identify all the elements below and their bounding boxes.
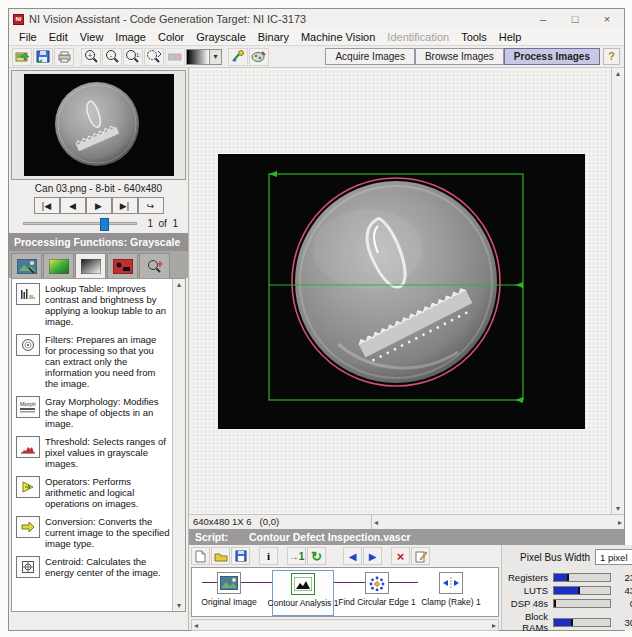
step-forward-button[interactable]: ▶ xyxy=(363,547,382,565)
image-viewer[interactable]: ▴ ▾ xyxy=(189,68,624,514)
zoom-in-icon[interactable]: + xyxy=(81,48,101,66)
function-gray-morphology[interactable]: Morph Gray Morphology: Modifies the shap… xyxy=(16,396,170,429)
resource-value: 43 xyxy=(611,585,632,596)
next-image-button[interactable]: ▶ xyxy=(86,197,112,214)
scroll-up-icon[interactable]: ▴ xyxy=(616,68,620,79)
function-list: Lookup Table: Improves contrast and brig… xyxy=(11,278,186,612)
palette-gradient-select[interactable]: ▾ xyxy=(186,49,222,65)
menu-binary[interactable]: Binary xyxy=(252,31,295,43)
step-original-image[interactable]: Original Image xyxy=(198,572,260,607)
steps-horizontal-scrollbar[interactable]: ◂ ▸ xyxy=(191,619,499,631)
function-lookup-table[interactable]: Lookup Table: Improves contrast and brig… xyxy=(16,283,170,327)
menu-file[interactable]: File xyxy=(13,31,43,43)
delete-step-button[interactable]: × xyxy=(391,547,410,565)
resource-block-rams: Block RAMs 30 % xyxy=(508,611,632,633)
first-image-button[interactable]: |◀ xyxy=(34,197,60,214)
function-centroid[interactable]: Centroid: Calculates the energy center o… xyxy=(16,556,170,578)
svg-text:+: + xyxy=(87,52,91,59)
browse-images-button[interactable]: Browse Images xyxy=(415,48,504,65)
scroll-right-icon[interactable]: ▸ xyxy=(618,517,622,528)
processing-functions-header: Processing Functions: Grayscale xyxy=(9,233,188,251)
script-header: Script: Contour Defect Inspection.vascr xyxy=(189,529,624,545)
run-loop-button[interactable]: ↻ xyxy=(307,547,326,565)
tab-image[interactable] xyxy=(11,253,42,278)
image-position-slider[interactable] xyxy=(23,222,137,225)
previous-image-button[interactable]: ◀ xyxy=(60,197,86,214)
acquire-images-button[interactable]: Acquire Images xyxy=(325,48,414,65)
pixel-bus-width-select[interactable]: 1 pixel ▾ xyxy=(595,549,632,565)
close-button[interactable]: × xyxy=(600,13,614,25)
conversion-icon xyxy=(16,516,40,538)
menu-edit[interactable]: Edit xyxy=(43,31,74,43)
scroll-left-icon[interactable]: ◂ xyxy=(194,620,198,631)
image-thumbnail[interactable] xyxy=(11,70,186,180)
zoom-one-to-one-icon[interactable]: 1:1 xyxy=(123,48,143,66)
scroll-up-icon[interactable]: ▴ xyxy=(177,279,181,290)
scroll-left-icon[interactable]: ◂ xyxy=(374,517,378,528)
slider-handle[interactable] xyxy=(100,218,109,231)
open-image-button[interactable] xyxy=(12,48,32,66)
step-back-button[interactable]: ◀ xyxy=(343,547,362,565)
pixel-bus-width-value: 1 pixel xyxy=(596,552,632,563)
menu-help[interactable]: Help xyxy=(493,31,528,43)
function-list-scrollbar[interactable]: ▴ ▾ xyxy=(172,279,185,611)
annotate-tool-icon[interactable] xyxy=(228,48,248,66)
function-name: Threshold: xyxy=(45,436,90,447)
step-contour-analysis[interactable]: Contour Analysis 1 xyxy=(272,570,334,616)
window-title: NI Vision Assistant - Code Generation Ta… xyxy=(29,13,536,25)
last-image-button[interactable]: ▶| xyxy=(112,197,138,214)
minimize-button[interactable]: – xyxy=(536,13,550,25)
function-operators[interactable]: Operators: Performs arithmetic and logic… xyxy=(16,476,170,509)
viewer-horizontal-scrollbar[interactable]: ◂ ▸ xyxy=(371,515,624,529)
loop-images-button[interactable]: ↪ xyxy=(138,197,164,214)
save-script-button[interactable] xyxy=(231,547,250,565)
resource-dsp48s: DSP 48s 0 % xyxy=(508,598,632,609)
scroll-right-icon[interactable]: ▸ xyxy=(492,620,496,631)
print-button[interactable] xyxy=(54,48,74,66)
maximize-button[interactable]: □ xyxy=(568,13,582,25)
resource-registers: Registers 23 % xyxy=(508,572,632,583)
menu-image[interactable]: Image xyxy=(109,31,152,43)
new-script-button[interactable] xyxy=(191,547,210,565)
resource-luts: LUTS 43 % xyxy=(508,585,632,596)
chevron-down-icon[interactable]: ▾ xyxy=(209,50,221,64)
scroll-down-icon[interactable]: ▾ xyxy=(616,503,620,514)
script-toolbar: i →1 ↻ ◀ ▶ × xyxy=(189,545,501,567)
open-script-button[interactable] xyxy=(211,547,230,565)
save-image-button[interactable] xyxy=(33,48,53,66)
step-clamp-rake[interactable]: Clamp (Rake) 1 xyxy=(420,572,482,607)
resource-value: 0 xyxy=(611,598,632,609)
menu-color[interactable]: Color xyxy=(152,31,190,43)
tab-machine-vision[interactable] xyxy=(139,253,170,278)
menu-bar: File Edit View Image Color Grayscale Bin… xyxy=(9,29,624,46)
find-circular-edge-icon xyxy=(365,572,389,594)
process-images-button[interactable]: Process Images xyxy=(504,48,600,65)
tab-grayscale[interactable] xyxy=(75,253,106,278)
menu-view[interactable]: View xyxy=(74,31,110,43)
inspection-image[interactable] xyxy=(218,154,585,429)
resource-label: LUTS xyxy=(508,585,553,596)
gray-morphology-icon: Morph xyxy=(16,396,40,418)
menu-grayscale[interactable]: Grayscale xyxy=(190,31,252,43)
viewer-vertical-scrollbar[interactable]: ▴ ▾ xyxy=(611,68,624,514)
scroll-down-icon[interactable]: ▾ xyxy=(177,600,181,611)
menu-tools[interactable]: Tools xyxy=(455,31,493,43)
run-once-button[interactable]: →1 xyxy=(287,547,306,565)
function-conversion[interactable]: Conversion: Converts the current image t… xyxy=(16,516,170,549)
menu-machine-vision[interactable]: Machine Vision xyxy=(295,31,381,43)
zoom-to-fit-icon[interactable] xyxy=(144,48,164,66)
step-find-circular-edge[interactable]: Find Circular Edge 1 xyxy=(346,572,408,607)
tab-color[interactable] xyxy=(43,253,74,278)
resource-label: Registers xyxy=(508,572,553,583)
step-info-button[interactable]: i xyxy=(259,547,278,565)
zoom-out-icon[interactable]: - xyxy=(102,48,122,66)
tab-binary[interactable] xyxy=(107,253,138,278)
help-button[interactable]: ? xyxy=(603,48,620,65)
step-label: Contour Analysis 1 xyxy=(268,598,339,608)
function-filters[interactable]: Filters: Prepares an image for processin… xyxy=(16,334,170,389)
measure-tool-icon[interactable] xyxy=(249,48,269,66)
function-threshold[interactable]: Threshold: Selects ranges of pixel value… xyxy=(16,436,170,469)
clamp-rake-icon xyxy=(439,572,463,594)
function-name: Conversion: xyxy=(45,516,96,527)
edit-step-button[interactable] xyxy=(411,547,430,565)
